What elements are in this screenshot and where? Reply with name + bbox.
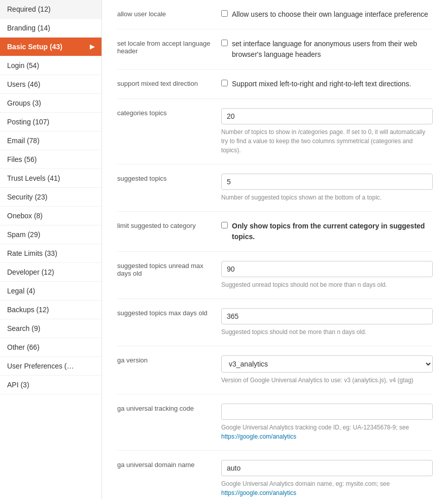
sidebar-item-label-login: Login (54) [7, 61, 39, 70]
setting-control-limit-suggested: Only show topics from the current catego… [221, 221, 433, 242]
setting-control-allow-user-locale: Allow users to choose their own language… [221, 9, 433, 20]
setting-control-set-locale: set interface language for anonymous use… [221, 39, 433, 60]
sidebar-item-backups[interactable]: Backups (12) [0, 301, 101, 319]
sidebar-item-label-branding: Branding (14) [7, 24, 50, 32]
sidebar-item-label-basic-setup: Basic Setup (43) [7, 43, 62, 51]
ga-version-select[interactable]: v3_analytics v4_gtag [221, 355, 433, 373]
sidebar-item-other[interactable]: Other (66) [0, 338, 101, 357]
sidebar-item-search[interactable]: Search (9) [0, 319, 101, 338]
ga-tracking-code-input[interactable] [221, 404, 433, 420]
sidebar-item-required[interactable]: Required (12) [0, 0, 101, 19]
setting-control-suggested-max-days: 365 Suggested topics should not be more … [221, 308, 433, 337]
support-mixed-text-label: Support mixed left-to-right and right-to… [232, 79, 411, 89]
sidebar-item-branding[interactable]: Branding (14) [0, 19, 101, 38]
setting-label-limit-suggested: limit suggested to category [117, 221, 211, 229]
setting-limit-suggested: limit suggested to category Only show to… [117, 212, 433, 252]
sidebar-item-label-developer: Developer (12) [7, 268, 54, 276]
sidebar-item-label-email: Email (78) [7, 137, 40, 145]
sidebar-item-label-posting: Posting (107) [7, 118, 49, 126]
ga-domain-name-input[interactable]: auto [221, 460, 433, 476]
setting-control-ga-version: v3_analytics v4_gtag Version of Google U… [221, 355, 433, 385]
sidebar-item-label-onebox: Onebox (8) [7, 212, 43, 220]
sidebar-item-files[interactable]: Files (56) [0, 150, 101, 169]
setting-ga-domain-name: ga universal domain name auto Google Uni… [117, 451, 433, 499]
sidebar-item-label-required: Required (12) [7, 5, 51, 13]
ga-tracking-code-description: Google Universal Analytics tracking code… [221, 423, 433, 441]
sidebar-item-label-trust-levels: Trust Levels (41) [7, 174, 60, 182]
limit-suggested-label: Only show topics from the current catego… [232, 221, 433, 242]
sidebar-item-basic-setup[interactable]: Basic Setup (43)▶ [0, 38, 101, 56]
setting-control-ga-domain-name: auto Google Universal Analytics domain n… [221, 460, 433, 497]
sidebar-item-groups[interactable]: Groups (3) [0, 94, 101, 113]
sidebar-item-onebox[interactable]: Onebox (8) [0, 207, 101, 225]
setting-label-ga-version: ga version [117, 355, 211, 364]
setting-allow-user-locale: allow user locale Allow users to choose … [117, 0, 433, 29]
sidebar-item-label-user-preferences: User Preferences (… [7, 362, 74, 370]
suggested-unread-max-days-description: Suggested unread topics should not be mo… [221, 280, 433, 289]
suggested-max-days-input[interactable]: 365 [221, 308, 433, 324]
ga-domain-name-description: Google Universal Analytics domain name, … [221, 479, 433, 497]
suggested-topics-input[interactable]: 5 [221, 174, 433, 190]
sidebar-item-spam[interactable]: Spam (29) [0, 225, 101, 244]
sidebar-item-label-files: Files (56) [7, 155, 37, 163]
sidebar-item-label-search: Search (9) [7, 324, 40, 332]
set-locale-label: set interface language for anonymous use… [232, 39, 433, 60]
allow-user-locale-label: Allow users to choose their own language… [232, 9, 428, 20]
setting-label-ga-domain-name: ga universal domain name [117, 460, 211, 469]
setting-control-support-mixed-text: Support mixed left-to-right and right-to… [221, 79, 433, 89]
setting-control-ga-tracking-code: Google Universal Analytics tracking code… [221, 404, 433, 441]
sidebar-item-rate-limits[interactable]: Rate Limits (33) [0, 244, 101, 263]
setting-label-support-mixed-text: support mixed text direction [117, 79, 211, 87]
main-content: allow user locale Allow users to choose … [102, 0, 448, 499]
setting-label-suggested-unread-max-days: suggested topics unread max days old [117, 261, 211, 277]
setting-suggested-max-days: suggested topics max days old 365 Sugges… [117, 299, 433, 346]
setting-label-suggested-topics: suggested topics [117, 174, 211, 182]
sidebar-item-label-rate-limits: Rate Limits (33) [7, 249, 57, 257]
sidebar-item-developer[interactable]: Developer (12) [0, 263, 101, 282]
chevron-right-icon: ▶ [90, 43, 94, 50]
suggested-unread-max-days-input[interactable]: 90 [221, 261, 433, 277]
limit-suggested-checkbox[interactable] [221, 222, 228, 228]
sidebar: Required (12)Branding (14)Basic Setup (4… [0, 0, 102, 499]
sidebar-item-posting[interactable]: Posting (107) [0, 113, 101, 131]
setting-support-mixed-text: support mixed text direction Support mix… [117, 70, 433, 99]
sidebar-item-label-spam: Spam (29) [7, 230, 40, 239]
setting-ga-tracking-code: ga universal tracking code Google Univer… [117, 394, 433, 451]
set-locale-checkbox[interactable] [221, 40, 228, 46]
setting-label-set-locale: set locale from accept language header [117, 39, 211, 55]
sidebar-item-trust-levels[interactable]: Trust Levels (41) [0, 169, 101, 188]
sidebar-item-label-other: Other (66) [7, 343, 40, 351]
sidebar-item-label-users: Users (46) [7, 80, 40, 88]
setting-control-suggested-topics: 5 Number of suggested topics shown at th… [221, 174, 433, 202]
sidebar-item-login[interactable]: Login (54) [0, 56, 101, 75]
sidebar-item-legal[interactable]: Legal (4) [0, 282, 101, 301]
setting-suggested-topics: suggested topics 5 Number of suggested t… [117, 164, 433, 212]
setting-ga-version: ga version v3_analytics v4_gtag Version … [117, 346, 433, 394]
ga-tracking-code-link[interactable]: https://google.com/analytics [221, 433, 296, 440]
sidebar-item-label-security: Security (23) [7, 193, 47, 201]
ga-domain-name-link[interactable]: https://google.com/analytics [221, 489, 296, 496]
sidebar-item-label-groups: Groups (3) [7, 99, 41, 107]
sidebar-item-label-api: API (3) [7, 381, 29, 389]
setting-categories-topics: categories topics 20 Number of topics to… [117, 99, 433, 164]
setting-label-suggested-max-days: suggested topics max days old [117, 308, 211, 317]
ga-version-description: Version of Google Universal Analytics to… [221, 376, 433, 385]
sidebar-item-email[interactable]: Email (78) [0, 131, 101, 150]
suggested-max-days-description: Suggested topics should not be more than… [221, 327, 433, 337]
categories-topics-description: Number of topics to show in /categories … [221, 127, 433, 155]
sidebar-item-user-preferences[interactable]: User Preferences (… [0, 357, 101, 376]
setting-control-categories-topics: 20 Number of topics to show in /categori… [221, 108, 433, 155]
setting-label-categories-topics: categories topics [117, 108, 211, 117]
sidebar-item-security[interactable]: Security (23) [0, 188, 101, 207]
setting-label-allow-user-locale: allow user locale [117, 9, 211, 18]
sidebar-item-label-backups: Backups (12) [7, 306, 49, 314]
support-mixed-text-checkbox[interactable] [221, 80, 228, 86]
setting-set-locale: set locale from accept language header s… [117, 29, 433, 70]
setting-control-suggested-unread-max-days: 90 Suggested unread topics should not be… [221, 261, 433, 289]
sidebar-item-users[interactable]: Users (46) [0, 75, 101, 94]
categories-topics-input[interactable]: 20 [221, 108, 433, 124]
sidebar-item-api[interactable]: API (3) [0, 376, 101, 394]
setting-label-ga-tracking-code: ga universal tracking code [117, 404, 211, 412]
allow-user-locale-checkbox[interactable] [221, 10, 228, 17]
sidebar-item-label-legal: Legal (4) [7, 287, 35, 295]
